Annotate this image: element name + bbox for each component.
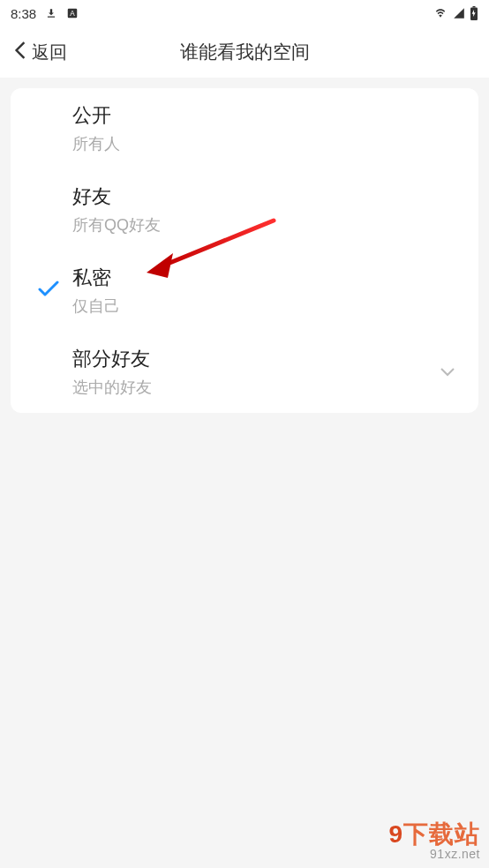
option-private[interactable]: 私密 仅自己	[11, 251, 478, 332]
header: 返回 谁能看我的空间	[0, 26, 489, 78]
status-bar: 8:38 A	[0, 0, 489, 26]
option-subtitle: 所有QQ好友	[72, 214, 461, 236]
chevron-down-icon	[440, 364, 455, 380]
wifi-icon	[433, 7, 448, 19]
watermark: 9下载站 91xz.net	[388, 822, 480, 861]
watermark-brand: 9下载站	[388, 822, 480, 847]
option-friends[interactable]: 好友 所有QQ好友	[11, 169, 478, 251]
option-subtitle: 选中的好友	[72, 377, 434, 399]
svg-rect-3	[472, 6, 475, 8]
status-left: 8:38 A	[11, 6, 79, 21]
back-button[interactable]: 返回	[14, 41, 67, 64]
option-text: 私密 仅自己	[72, 265, 461, 318]
expand-toggle[interactable]	[434, 364, 461, 380]
option-subtitle: 仅自己	[72, 296, 461, 318]
option-title: 好友	[72, 183, 461, 211]
page-title: 谁能看我的空间	[0, 40, 489, 64]
option-subtitle: 所有人	[72, 133, 461, 155]
check-icon	[37, 281, 60, 302]
battery-icon	[470, 6, 478, 20]
options-card: 公开 所有人 好友 所有QQ好友 私密 仅自己	[11, 88, 478, 413]
option-title: 私密	[72, 265, 461, 292]
watermark-url: 91xz.net	[388, 847, 480, 861]
back-label: 返回	[32, 41, 67, 64]
back-icon	[14, 41, 26, 64]
option-text: 好友 所有QQ好友	[72, 183, 461, 236]
option-text: 公开 所有人	[72, 102, 461, 155]
signal-icon	[452, 7, 466, 19]
check-area	[25, 281, 72, 302]
option-some-friends[interactable]: 部分好友 选中的好友	[11, 332, 478, 413]
content-area: 公开 所有人 好友 所有QQ好友 私密 仅自己	[0, 78, 489, 423]
option-public[interactable]: 公开 所有人	[11, 88, 478, 169]
option-title: 部分好友	[72, 346, 434, 373]
status-right	[433, 6, 478, 20]
option-text: 部分好友 选中的好友	[72, 346, 434, 399]
download-icon	[45, 7, 57, 19]
option-title: 公开	[72, 102, 461, 130]
status-time: 8:38	[11, 6, 36, 21]
svg-text:A: A	[70, 10, 75, 18]
notification-badge-icon: A	[66, 7, 79, 19]
